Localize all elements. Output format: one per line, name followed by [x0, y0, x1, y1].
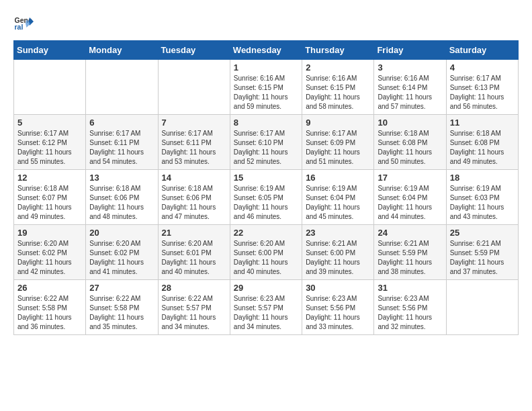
calendar-cell: 22Sunrise: 6:20 AM Sunset: 6:00 PM Dayli… [230, 225, 302, 280]
day-number: 14 [162, 173, 226, 183]
day-info: Sunrise: 6:20 AM Sunset: 6:02 PM Dayligh… [17, 239, 82, 277]
day-number: 2 [306, 62, 370, 73]
day-info: Sunrise: 6:16 AM Sunset: 6:14 PM Dayligh… [378, 74, 442, 111]
day-number: 30 [306, 283, 370, 293]
day-info: Sunrise: 6:17 AM Sunset: 6:11 PM Dayligh… [89, 129, 154, 167]
weekday-header: Tuesday [158, 41, 230, 60]
calendar-cell: 29Sunrise: 6:23 AM Sunset: 5:57 PM Dayli… [230, 280, 302, 335]
day-info: Sunrise: 6:23 AM Sunset: 5:56 PM Dayligh… [306, 294, 370, 332]
logo-icon: Gene ral [13, 13, 34, 34]
calendar-week-row: 26Sunrise: 6:22 AM Sunset: 5:58 PM Dayli… [14, 280, 519, 335]
day-number: 25 [450, 228, 515, 238]
calendar-cell: 6Sunrise: 6:17 AM Sunset: 6:11 PM Daylig… [86, 115, 158, 170]
day-info: Sunrise: 6:18 AM Sunset: 6:07 PM Dayligh… [17, 184, 82, 222]
calendar-cell: 11Sunrise: 6:18 AM Sunset: 6:08 PM Dayli… [446, 115, 518, 170]
day-number: 15 [234, 173, 298, 183]
weekday-header: Saturday [446, 41, 518, 60]
calendar-cell: 24Sunrise: 6:21 AM Sunset: 5:59 PM Dayli… [374, 225, 446, 280]
day-number: 26 [17, 283, 82, 293]
day-number: 13 [89, 173, 154, 183]
calendar-cell: 1Sunrise: 6:16 AM Sunset: 6:15 PM Daylig… [230, 60, 302, 115]
day-info: Sunrise: 6:21 AM Sunset: 6:00 PM Dayligh… [306, 239, 370, 277]
day-info: Sunrise: 6:19 AM Sunset: 6:05 PM Dayligh… [234, 184, 298, 222]
calendar-cell: 8Sunrise: 6:17 AM Sunset: 6:10 PM Daylig… [230, 115, 302, 170]
day-info: Sunrise: 6:16 AM Sunset: 6:15 PM Dayligh… [306, 74, 370, 111]
calendar-week-row: 5Sunrise: 6:17 AM Sunset: 6:12 PM Daylig… [14, 115, 519, 170]
day-info: Sunrise: 6:18 AM Sunset: 6:06 PM Dayligh… [162, 184, 226, 222]
calendar-week-row: 1Sunrise: 6:16 AM Sunset: 6:15 PM Daylig… [14, 60, 519, 115]
weekday-header: Friday [374, 41, 446, 60]
day-number: 18 [450, 173, 515, 183]
day-info: Sunrise: 6:21 AM Sunset: 5:59 PM Dayligh… [378, 239, 442, 277]
day-number: 11 [450, 118, 515, 128]
calendar-cell: 31Sunrise: 6:23 AM Sunset: 5:56 PM Dayli… [374, 280, 446, 335]
day-info: Sunrise: 6:19 AM Sunset: 6:04 PM Dayligh… [306, 184, 370, 222]
calendar-cell [14, 60, 86, 115]
day-number: 7 [162, 118, 226, 128]
day-number: 5 [17, 118, 82, 128]
weekday-header: Wednesday [230, 41, 302, 60]
day-info: Sunrise: 6:22 AM Sunset: 5:58 PM Dayligh… [17, 294, 82, 332]
logo: Gene ral [13, 13, 36, 34]
calendar-cell: 20Sunrise: 6:20 AM Sunset: 6:02 PM Dayli… [86, 225, 158, 280]
day-number: 21 [162, 228, 226, 238]
day-info: Sunrise: 6:18 AM Sunset: 6:08 PM Dayligh… [378, 129, 442, 167]
day-number: 1 [234, 62, 298, 73]
weekday-header-row: SundayMondayTuesdayWednesdayThursdayFrid… [14, 41, 519, 60]
calendar-cell: 10Sunrise: 6:18 AM Sunset: 6:08 PM Dayli… [374, 115, 446, 170]
calendar-cell [86, 60, 158, 115]
day-info: Sunrise: 6:22 AM Sunset: 5:57 PM Dayligh… [162, 294, 226, 332]
calendar-cell: 23Sunrise: 6:21 AM Sunset: 6:00 PM Dayli… [302, 225, 374, 280]
day-number: 3 [378, 62, 442, 73]
day-number: 29 [234, 283, 298, 293]
calendar-cell: 30Sunrise: 6:23 AM Sunset: 5:56 PM Dayli… [302, 280, 374, 335]
day-number: 20 [89, 228, 154, 238]
calendar-cell: 25Sunrise: 6:21 AM Sunset: 5:59 PM Dayli… [446, 225, 518, 280]
day-number: 8 [234, 118, 298, 128]
calendar-cell: 5Sunrise: 6:17 AM Sunset: 6:12 PM Daylig… [14, 115, 86, 170]
calendar-cell: 19Sunrise: 6:20 AM Sunset: 6:02 PM Dayli… [14, 225, 86, 280]
calendar-cell [446, 280, 518, 335]
day-number: 23 [306, 228, 370, 238]
day-info: Sunrise: 6:20 AM Sunset: 6:01 PM Dayligh… [162, 239, 226, 277]
calendar-cell: 18Sunrise: 6:19 AM Sunset: 6:03 PM Dayli… [446, 170, 518, 225]
calendar-cell: 28Sunrise: 6:22 AM Sunset: 5:57 PM Dayli… [158, 280, 230, 335]
calendar-cell [158, 60, 230, 115]
day-info: Sunrise: 6:20 AM Sunset: 6:00 PM Dayligh… [234, 239, 298, 277]
day-number: 24 [378, 228, 442, 238]
calendar-cell: 4Sunrise: 6:17 AM Sunset: 6:13 PM Daylig… [446, 60, 518, 115]
calendar-cell: 7Sunrise: 6:17 AM Sunset: 6:11 PM Daylig… [158, 115, 230, 170]
day-info: Sunrise: 6:17 AM Sunset: 6:10 PM Dayligh… [234, 129, 298, 167]
calendar-cell: 9Sunrise: 6:17 AM Sunset: 6:09 PM Daylig… [302, 115, 374, 170]
day-info: Sunrise: 6:19 AM Sunset: 6:03 PM Dayligh… [450, 184, 515, 222]
page-header: Gene ral [13, 13, 519, 34]
day-info: Sunrise: 6:18 AM Sunset: 6:08 PM Dayligh… [450, 129, 515, 167]
calendar-cell: 27Sunrise: 6:22 AM Sunset: 5:58 PM Dayli… [86, 280, 158, 335]
weekday-header: Thursday [302, 41, 374, 60]
calendar-cell: 21Sunrise: 6:20 AM Sunset: 6:01 PM Dayli… [158, 225, 230, 280]
day-number: 22 [234, 228, 298, 238]
calendar-cell: 15Sunrise: 6:19 AM Sunset: 6:05 PM Dayli… [230, 170, 302, 225]
day-number: 27 [89, 283, 154, 293]
day-number: 9 [306, 118, 370, 128]
svg-text:ral: ral [15, 23, 24, 31]
day-info: Sunrise: 6:21 AM Sunset: 5:59 PM Dayligh… [450, 239, 515, 277]
day-number: 31 [378, 283, 442, 293]
calendar-week-row: 19Sunrise: 6:20 AM Sunset: 6:02 PM Dayli… [14, 225, 519, 280]
day-number: 10 [378, 118, 442, 128]
calendar-cell: 26Sunrise: 6:22 AM Sunset: 5:58 PM Dayli… [14, 280, 86, 335]
day-number: 28 [162, 283, 226, 293]
day-number: 4 [450, 62, 515, 73]
day-number: 12 [17, 173, 82, 183]
calendar-cell: 2Sunrise: 6:16 AM Sunset: 6:15 PM Daylig… [302, 60, 374, 115]
day-info: Sunrise: 6:18 AM Sunset: 6:06 PM Dayligh… [89, 184, 154, 222]
weekday-header: Monday [86, 41, 158, 60]
day-info: Sunrise: 6:23 AM Sunset: 5:56 PM Dayligh… [378, 294, 442, 332]
weekday-header: Sunday [14, 41, 86, 60]
calendar-cell: 12Sunrise: 6:18 AM Sunset: 6:07 PM Dayli… [14, 170, 86, 225]
day-info: Sunrise: 6:20 AM Sunset: 6:02 PM Dayligh… [89, 239, 154, 277]
calendar-week-row: 12Sunrise: 6:18 AM Sunset: 6:07 PM Dayli… [14, 170, 519, 225]
day-number: 16 [306, 173, 370, 183]
calendar-cell: 17Sunrise: 6:19 AM Sunset: 6:04 PM Dayli… [374, 170, 446, 225]
calendar-table: SundayMondayTuesdayWednesdayThursdayFrid… [13, 40, 519, 335]
